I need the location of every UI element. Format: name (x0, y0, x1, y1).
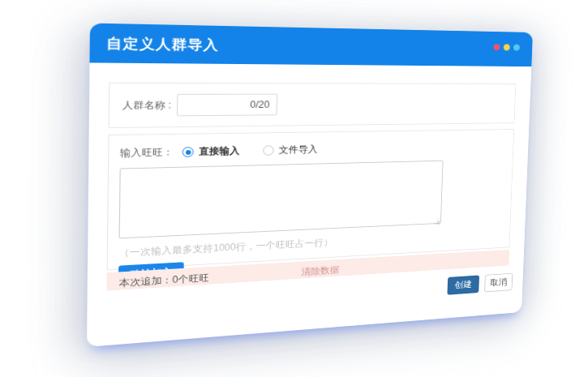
canvas: 自定义人群导入 人群名称 : 输入旺旺： 直接输入 (0, 0, 588, 377)
dot-red-icon (493, 44, 500, 50)
radio-direct-input[interactable]: 直接输入 (182, 144, 240, 159)
crowd-name-input[interactable] (177, 94, 277, 117)
dialog-header: 自定义人群导入 (90, 24, 533, 67)
radio-file-import-label: 文件导入 (278, 143, 317, 156)
radio-selected-icon (182, 147, 194, 157)
create-button[interactable]: 创建 (447, 275, 479, 294)
input-mode-row: 输入旺旺： 直接输入 文件导入 (120, 139, 505, 160)
append-summary-text: 本次追加：0个旺旺 (119, 271, 209, 289)
import-dialog: 自定义人群导入 人群名称 : 输入旺旺： 直接输入 (87, 24, 533, 348)
radio-unselected-icon (263, 145, 274, 156)
wangwang-textarea-wrap (119, 161, 444, 242)
window-dots (493, 44, 520, 50)
dialog-body: 人群名称 : 输入旺旺： 直接输入 文件导入 (87, 62, 531, 347)
dialog-title: 自定义人群导入 (90, 33, 219, 54)
wangwang-textarea[interactable] (119, 161, 444, 239)
crowd-name-section: 人群名称 : (109, 83, 517, 128)
crowd-name-label: 人群名称 : (122, 98, 172, 112)
content-clip: 人群名称 : 输入旺旺： 直接输入 文件导入 (106, 63, 517, 291)
dot-yellow-icon (504, 44, 510, 50)
dot-cyan-icon (513, 45, 520, 51)
clear-data-link[interactable]: 清除数据 (301, 263, 339, 278)
wangwang-input-section: 输入旺旺： 直接输入 文件导入 （一次 (107, 129, 515, 270)
cancel-button[interactable]: 取消 (484, 273, 513, 293)
radio-direct-input-label: 直接输入 (199, 144, 240, 158)
wangwang-label: 输入旺旺： (120, 146, 174, 161)
radio-file-import[interactable]: 文件导入 (263, 143, 318, 156)
